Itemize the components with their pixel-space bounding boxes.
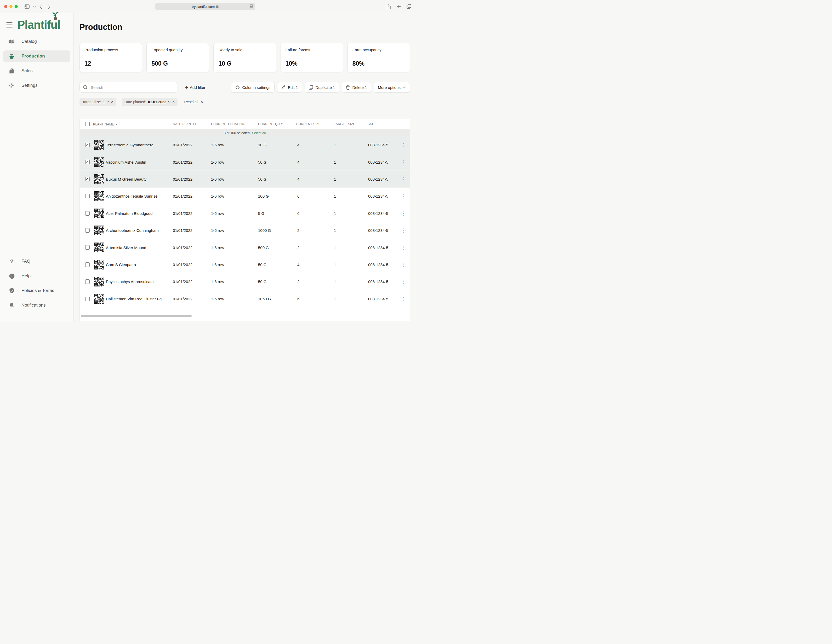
sidebar-item-sales[interactable]: Sales — [3, 65, 70, 77]
sidebar-item-production[interactable]: Production — [3, 50, 70, 62]
select-all-checkbox[interactable] — [85, 122, 90, 126]
table-row[interactable]: Phyllostachys Aureosulcata 01/01/2022 1-… — [80, 273, 410, 290]
row-checkbox[interactable] — [85, 177, 90, 181]
table-row[interactable]: Ternstroemia Gymnanthera 01/01/2022 1-6 … — [80, 136, 410, 153]
qr-code-thumbnail — [94, 294, 104, 304]
menu-hamburger-icon[interactable] — [6, 22, 13, 27]
window-controls[interactable] — [4, 5, 18, 8]
sidebar-item-settings[interactable]: Settings — [3, 80, 70, 91]
row-checkbox[interactable] — [85, 160, 90, 164]
sidebar-item-catalog[interactable]: Catalog — [3, 36, 70, 47]
add-filter-button[interactable]: + Add filter — [185, 85, 205, 89]
sidebar-item-notifications[interactable]: Notifications — [3, 299, 70, 311]
filter-chip-target-size[interactable]: Target size: 1 × — [80, 98, 116, 106]
row-menu-kebab-icon[interactable]: ⋮ — [401, 296, 406, 302]
column-settings-button[interactable]: Column settings — [231, 82, 275, 93]
stat-card-farm-occupancy: Farm occupancy 80% — [347, 43, 410, 72]
row-menu-kebab-icon[interactable]: ⋮ — [401, 261, 406, 267]
row-menu-kebab-icon[interactable]: ⋮ — [401, 159, 406, 165]
remove-filter-icon[interactable]: × — [111, 100, 113, 104]
row-checkbox[interactable] — [85, 262, 90, 267]
row-menu-kebab-icon[interactable]: ⋮ — [401, 227, 406, 233]
current-size-cell: 4 — [297, 177, 299, 181]
current-qty-cell: 100 G — [258, 194, 269, 198]
table-row[interactable]: Archontophoenix Cunningham 01/01/2022 1-… — [80, 222, 410, 239]
current-size-cell: 4 — [297, 262, 299, 267]
select-all-link[interactable]: Select all — [252, 131, 266, 135]
address-bar[interactable]: tryplantiful.com — [155, 3, 255, 10]
chevron-down-icon[interactable] — [168, 101, 171, 103]
close-window-button[interactable] — [4, 5, 7, 8]
minimize-window-button[interactable] — [10, 5, 13, 8]
row-checkbox[interactable] — [85, 143, 90, 147]
stat-cards: Production process 12 Expected quantity … — [80, 43, 410, 72]
filter-chip-date-planted[interactable]: Date planted: 01.01.2022 × — [122, 98, 178, 106]
table-row[interactable]: Cam S Cleopatra 01/01/2022 1-6 row 50 G … — [80, 256, 410, 273]
row-menu-kebab-icon[interactable]: ⋮ — [401, 210, 406, 216]
remove-filter-icon[interactable]: × — [172, 100, 174, 104]
horizontal-scrollbar-thumb[interactable] — [81, 315, 192, 317]
current-size-cell: 6 — [297, 194, 299, 198]
sidebar-toggle-icon[interactable] — [25, 5, 30, 9]
table-row[interactable]: Buxus M Green Beauty 01/01/2022 1-6 row … — [80, 171, 410, 188]
sku-cell: 008-1234-5 — [368, 245, 396, 249]
stat-value: 10 G — [218, 60, 271, 68]
sku-cell: 008-1234-5 — [368, 280, 396, 284]
table-row[interactable]: Acer Palmatum Bloodgood 01/01/2022 1-6 r… — [80, 205, 410, 222]
chevron-down-icon[interactable] — [107, 101, 109, 103]
stat-label: Failure forcast — [286, 48, 338, 52]
row-checkbox[interactable] — [85, 228, 90, 233]
close-icon: × — [200, 99, 203, 104]
tab-overview-icon[interactable] — [406, 4, 411, 9]
row-checkbox[interactable] — [85, 245, 90, 249]
row-checkbox[interactable] — [85, 211, 90, 216]
sort-chevron-icon — [115, 122, 118, 126]
delete-button[interactable]: Delete 1 — [342, 82, 371, 93]
reader-view-icon[interactable] — [250, 5, 253, 9]
sidebar-item-help[interactable]: Help — [3, 270, 70, 282]
row-menu-kebab-icon[interactable]: ⋮ — [401, 142, 406, 148]
row-checkbox[interactable] — [85, 194, 90, 198]
row-checkbox[interactable] — [85, 280, 90, 284]
row-menu-kebab-icon[interactable]: ⋮ — [401, 193, 406, 199]
new-tab-icon[interactable] — [397, 5, 401, 9]
row-menu-kebab-icon[interactable]: ⋮ — [401, 176, 406, 182]
zoom-window-button[interactable] — [14, 5, 18, 8]
plant-name-cell: Cam S Cleopatra — [106, 262, 136, 267]
current-qty-cell: 1050 G — [258, 296, 271, 301]
table-row[interactable]: Callistemon Vim Red Cluster Fg 01/01/202… — [80, 290, 410, 307]
table-row[interactable]: Artemisia Silver Mound 01/01/2022 1-6 ro… — [80, 239, 410, 256]
gear-icon — [235, 85, 240, 89]
qr-code-thumbnail — [94, 191, 104, 201]
table-row[interactable]: Anigozanthos Tequila Sunrise 01/01/2022 … — [80, 188, 410, 205]
current-qty-cell: 1000 G — [258, 228, 271, 233]
plant-name-cell: Vaccinium Ashei Austin — [106, 160, 146, 164]
table-row[interactable]: Vaccinium Ashei Austin 01/01/2022 1-6 ro… — [80, 153, 410, 170]
duplicate-button[interactable]: Duplicate 1 — [305, 82, 339, 93]
bell-icon — [9, 302, 14, 308]
forward-icon[interactable] — [48, 5, 50, 9]
row-menu-kebab-icon[interactable]: ⋮ — [401, 279, 406, 284]
stat-label: Ready to sale — [218, 48, 271, 52]
plant-name-cell: Acer Palmatum Bloodgood — [106, 211, 152, 215]
column-header-plant-name[interactable]: PLANT NAME — [93, 122, 118, 126]
share-icon[interactable] — [387, 4, 391, 9]
more-options-button[interactable]: More options — [374, 82, 410, 93]
back-icon[interactable] — [40, 5, 42, 9]
sidebar-item-label: Notifications — [21, 303, 46, 308]
current-size-cell: 4 — [297, 143, 299, 147]
qr-code-thumbnail — [94, 225, 104, 235]
sidebar: Plantiful Catalog Production Sales — [0, 13, 74, 322]
sidebar-item-policies-terms[interactable]: Policies & Terms — [3, 285, 70, 296]
qr-code-thumbnail — [94, 260, 104, 270]
row-menu-kebab-icon[interactable]: ⋮ — [401, 244, 406, 250]
edit-button[interactable]: Edit 1 — [277, 82, 302, 93]
edit-label: Edit 1 — [288, 85, 298, 89]
reset-all-filters-button[interactable]: Resel all × — [184, 99, 203, 104]
row-checkbox[interactable] — [85, 297, 90, 301]
search-input[interactable] — [80, 82, 178, 93]
sidebar-item-faq[interactable]: ? FAQ — [3, 256, 70, 267]
plant-name-cell: Phyllostachys Aureosulcata — [106, 280, 154, 284]
chevron-down-icon[interactable] — [33, 6, 36, 8]
production-table: PLANT NAME DATE PLANTED CURRENT LOCATION… — [80, 119, 410, 321]
